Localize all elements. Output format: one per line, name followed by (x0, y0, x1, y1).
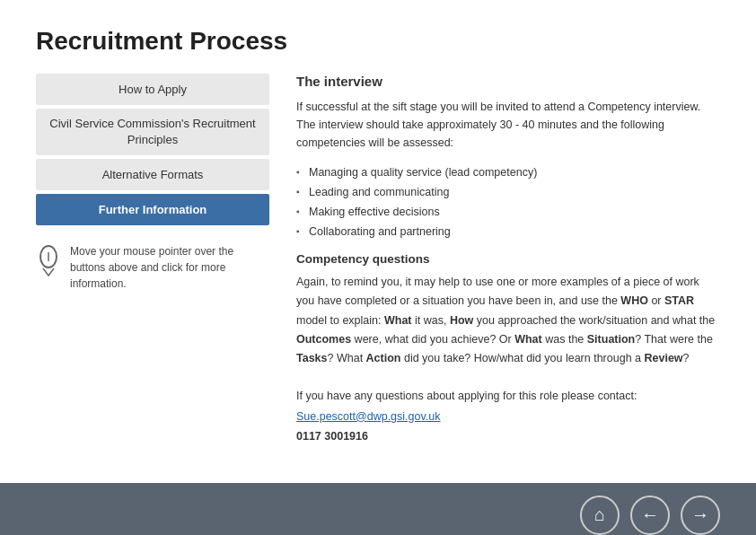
competency-star: STAR (664, 294, 694, 307)
competency-what-action: ? What (328, 352, 366, 364)
page-title: Recruitment Process (0, 0, 756, 74)
competency-model: model to explain: (296, 314, 384, 327)
competency-outcomes: Outcomes (296, 333, 351, 346)
sidebar-btn-civil-service[interactable]: Civil Service Commission's Recruitment P… (36, 109, 269, 155)
competency-review: Review (645, 352, 683, 364)
interview-intro: If successful at the sift stage you will… (296, 98, 720, 152)
mouse-icon (36, 245, 61, 282)
sidebar: How to Apply Civil Service Commission's … (36, 74, 269, 447)
competency-what2: What (514, 333, 542, 346)
sidebar-btn-how-to-apply[interactable]: How to Apply (36, 74, 269, 105)
competency-end: ? (683, 352, 690, 364)
contact-intro: If you have any questions about applying… (296, 390, 637, 402)
competency-was-the: was the (542, 333, 587, 346)
bullet-2: Leading and communicating (296, 182, 720, 202)
competency-questions-title: Competency questions (296, 252, 720, 266)
contact-phone: 0117 3001916 (296, 426, 720, 447)
competency-it-was: it was, (412, 314, 450, 327)
competency-that-were: ? That were the (635, 333, 713, 346)
back-button[interactable]: ← (630, 496, 670, 535)
interview-title: The interview (296, 74, 720, 89)
competency-tasks: Tasks (296, 352, 328, 364)
bullet-1: Managing a quality service (lead compete… (296, 162, 720, 182)
sidebar-hint: Move your mouse pointer over the buttons… (36, 243, 269, 292)
competency-were: were, what did you achieve? Or (351, 333, 514, 346)
competency-action: Action (366, 352, 401, 364)
competency-list: Managing a quality service (lead compete… (296, 162, 720, 241)
bullet-3: Making effective decisions (296, 202, 720, 222)
competency-how: How (450, 314, 473, 327)
contact-section: If you have any questions about applying… (296, 386, 720, 447)
home-button[interactable]: ⌂ (580, 496, 620, 535)
competency-who: WHO (620, 294, 648, 307)
competency-what: What (384, 314, 412, 327)
sidebar-hint-text: Move your mouse pointer over the buttons… (70, 243, 269, 292)
competency-situation: Situation (587, 333, 635, 346)
competency-approached: you approached the work/situation and wh… (473, 314, 715, 327)
sidebar-btn-further-information[interactable]: Further Information (36, 194, 269, 225)
content-area: The interview If successful at the sift … (296, 74, 720, 447)
forward-button[interactable]: → (681, 496, 720, 535)
sidebar-btn-alternative-formats[interactable]: Alternative Formats (36, 159, 269, 190)
bullet-4: Collaborating and partnering (296, 222, 720, 241)
competency-or: or (648, 294, 664, 307)
competency-paragraph: Again, to remind you, it may help to use… (296, 273, 720, 368)
contact-email[interactable]: Sue.pescott@dwp.gsi.gov.uk (296, 410, 440, 423)
competency-did-you-take: did you take? How/what did you learn thr… (400, 352, 644, 364)
footer: ⌂ ← → (0, 483, 756, 535)
